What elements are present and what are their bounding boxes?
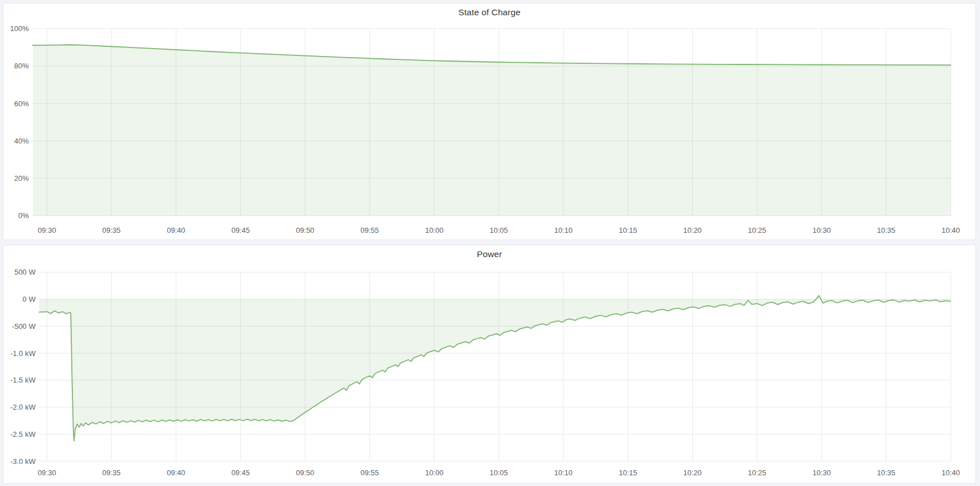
y-axis-tick-label: 500 W: [14, 268, 36, 276]
x-axis-tick-label: 09:45: [231, 226, 249, 235]
y-axis-tick-label: -500 W: [12, 322, 36, 331]
state-of-charge-panel: 09:3009:3509:4009:4509:5009:5510:0010:05…: [3, 3, 976, 240]
x-axis-tick-label: 09:50: [296, 468, 314, 477]
x-axis-tick-label: 10:35: [877, 468, 895, 477]
x-axis-tick-label: 10:40: [942, 226, 960, 235]
y-axis-tick-label: -2.0 kW: [10, 403, 36, 411]
x-axis-tick-label: 09:30: [38, 468, 56, 477]
x-axis-tick-label: 10:25: [748, 226, 766, 235]
power-panel: 09:3009:3509:4009:4509:5009:5510:0010:05…: [3, 245, 976, 484]
x-axis-tick-label: 10:25: [748, 468, 766, 477]
x-axis-tick-label: 10:30: [813, 226, 831, 235]
x-axis-tick-label: 10:05: [490, 226, 508, 235]
y-axis-tick-label: 40%: [14, 137, 29, 145]
x-axis-tick-label: 10:10: [554, 226, 572, 235]
power-panel-title[interactable]: Power: [3, 249, 975, 259]
x-axis-tick-label: 10:15: [619, 468, 637, 477]
y-axis-tick-label: 60%: [14, 99, 29, 108]
state-of-charge-chart[interactable]: 09:3009:3509:4009:4509:5009:5510:0010:05…: [3, 3, 975, 240]
x-axis-tick-label: 09:55: [361, 468, 379, 477]
x-axis-tick-label: 09:45: [231, 468, 249, 477]
x-axis-tick-label: 10:05: [490, 468, 508, 477]
y-axis-tick-label: -1.0 kW: [10, 349, 36, 358]
x-axis-tick-label: 10:40: [942, 468, 960, 477]
series-area-fill: [39, 296, 951, 441]
x-axis-tick-label: 09:55: [361, 226, 379, 235]
y-axis-tick-label: 0 W: [23, 295, 36, 303]
x-axis-tick-label: 09:35: [102, 226, 120, 235]
y-axis-tick-label: -1.5 kW: [10, 376, 36, 384]
x-axis-tick-label: 10:00: [425, 226, 443, 235]
x-axis-tick-label: 09:35: [102, 468, 120, 477]
y-axis-tick-label: 0%: [18, 211, 29, 220]
x-axis-tick-label: 10:30: [813, 468, 831, 477]
series-area-fill: [33, 45, 951, 215]
y-axis-tick-label: -3.0 kW: [10, 457, 36, 466]
state-of-charge-panel-title[interactable]: State of Charge: [3, 7, 975, 18]
grafana-dashboard: { "page": { "background": "#f3f4f8", "pa…: [0, 0, 980, 486]
x-axis-tick-label: 09:30: [38, 226, 56, 235]
y-axis-tick-label: -2.5 kW: [10, 430, 36, 439]
y-axis-tick-label: 100%: [10, 24, 29, 33]
y-axis-tick-label: 20%: [14, 174, 29, 183]
x-axis-tick-label: 10:00: [425, 468, 443, 477]
x-axis-tick-label: 10:15: [619, 226, 637, 235]
x-axis-tick-label: 10:35: [877, 226, 895, 235]
y-axis-tick-label: 80%: [14, 62, 29, 70]
x-axis-tick-label: 10:20: [683, 226, 701, 235]
power-chart[interactable]: 09:3009:3509:4009:4509:5009:5510:0010:05…: [3, 245, 975, 483]
x-axis-tick-label: 09:40: [167, 468, 185, 477]
x-axis-tick-label: 09:50: [296, 226, 314, 235]
x-axis-tick-label: 10:20: [683, 468, 701, 477]
x-axis-tick-label: 09:40: [167, 226, 185, 235]
x-axis-tick-label: 10:10: [554, 468, 572, 477]
